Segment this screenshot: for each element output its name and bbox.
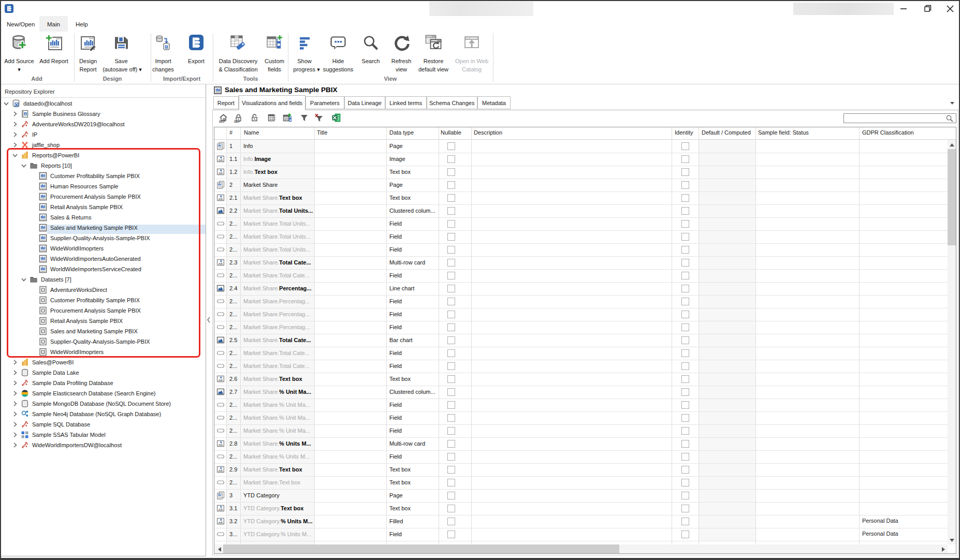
svg-text:B: B [24,111,27,116]
